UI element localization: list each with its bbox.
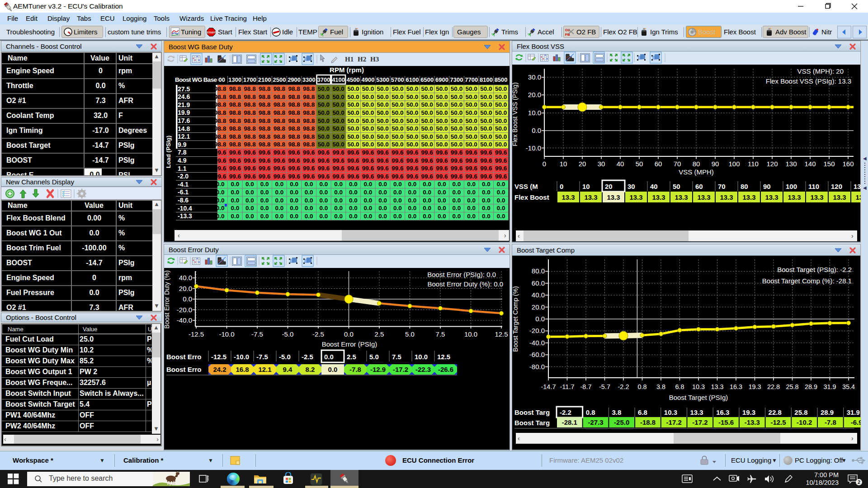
- svg-text:10.0: 10.0: [464, 330, 477, 338]
- svg-text:0.0: 0.0: [216, 205, 225, 211]
- svg-text:14.8: 14.8: [178, 125, 190, 132]
- svg-text:13.3: 13.3: [855, 193, 861, 201]
- svg-text:0.0: 0.0: [423, 197, 431, 204]
- svg-text:0.0: 0.0: [453, 205, 461, 211]
- svg-text:99.6: 99.6: [421, 149, 434, 156]
- svg-text:98.8: 98.8: [274, 109, 286, 116]
- svg-text:0.0: 0.0: [275, 189, 284, 196]
- svg-text:80.0: 80.0: [532, 267, 545, 275]
- svg-text:40.0: 40.0: [532, 291, 545, 299]
- svg-text:99.6: 99.6: [214, 165, 226, 172]
- svg-text:50.0: 50.0: [377, 94, 388, 100]
- svg-text:50.0: 50.0: [318, 141, 330, 148]
- svg-text:6900: 6900: [435, 76, 448, 83]
- svg-text:0.0: 0.0: [467, 213, 476, 220]
- svg-text:50.0: 50.0: [347, 109, 359, 116]
- svg-text:31.9: 31.9: [823, 383, 836, 390]
- svg-text:›: ›: [504, 232, 506, 239]
- svg-text:0.0: 0.0: [467, 189, 476, 196]
- svg-text:50.0: 50.0: [495, 125, 507, 132]
- svg-text:0.0: 0.0: [467, 181, 476, 188]
- svg-text:99.6: 99.6: [495, 173, 507, 180]
- svg-text:Boost Error (PSIg): Boost Error (PSIg): [322, 340, 377, 348]
- svg-text:99.6: 99.6: [377, 149, 389, 156]
- svg-text:50.0: 50.0: [466, 85, 477, 92]
- svg-text:Flex Boost VSS (PSIg): Flex Boost VSS (PSIg): [512, 82, 519, 146]
- svg-text:24.6: 24.6: [178, 93, 190, 100]
- svg-text:99.6: 99.6: [214, 157, 226, 164]
- svg-text:3300: 3300: [302, 76, 316, 83]
- svg-text:4900: 4900: [362, 76, 375, 83]
- svg-text:50.0: 50.0: [332, 94, 344, 100]
- svg-text:99.6: 99.6: [436, 149, 448, 156]
- svg-text:0.0: 0.0: [349, 181, 358, 188]
- svg-text:0.0: 0.0: [497, 197, 505, 204]
- svg-text:99.6: 99.6: [229, 165, 241, 172]
- svg-text:4.9: 4.9: [178, 157, 187, 164]
- svg-text:30: 30: [598, 160, 605, 168]
- svg-text:0.0: 0.0: [334, 205, 343, 211]
- svg-text:13.3: 13.3: [833, 193, 846, 201]
- svg-text:99.6: 99.6: [362, 173, 374, 180]
- svg-text:0.0: 0.0: [408, 205, 417, 211]
- svg-text:8.2: 8.2: [306, 366, 315, 373]
- svg-text:98.8: 98.8: [274, 117, 286, 124]
- svg-text:50.0: 50.0: [466, 109, 477, 116]
- svg-text:1300: 1300: [228, 76, 241, 83]
- svg-text:0.0: 0.0: [453, 181, 461, 188]
- svg-text:0.0: 0.0: [393, 205, 402, 211]
- svg-text:13.3: 13.3: [561, 193, 575, 201]
- svg-text:-10.0: -10.0: [219, 330, 234, 338]
- svg-text:0.0: 0.0: [305, 189, 313, 196]
- svg-text:60: 60: [695, 183, 703, 190]
- svg-text:99.6: 99.6: [318, 157, 330, 164]
- svg-text:99.6: 99.6: [347, 149, 359, 156]
- svg-text:22.8: 22.8: [767, 383, 780, 390]
- svg-text:‹: ‹: [178, 232, 180, 239]
- svg-text:50.0: 50.0: [421, 133, 433, 140]
- svg-text:0.0: 0.0: [482, 213, 491, 220]
- svg-text:50.0: 50.0: [362, 125, 374, 132]
- svg-text:10.3: 10.3: [664, 408, 677, 416]
- svg-text:0.0: 0.0: [290, 213, 298, 220]
- svg-text:50.0: 50.0: [332, 101, 344, 108]
- svg-text:0: 0: [542, 160, 546, 168]
- svg-text:98.8: 98.8: [303, 133, 315, 140]
- svg-text:99.6: 99.6: [288, 173, 300, 180]
- svg-text:Boost Erro: Boost Erro: [166, 366, 202, 373]
- svg-text:50.0: 50.0: [377, 141, 388, 148]
- svg-text:50.0: 50.0: [451, 109, 462, 116]
- svg-text:-8.7: -8.7: [580, 383, 592, 390]
- svg-text:99.6: 99.6: [259, 173, 271, 180]
- svg-text:-18.8: -18.8: [640, 418, 656, 426]
- svg-text:28.9: 28.9: [821, 408, 834, 416]
- svg-text:98.8: 98.8: [229, 141, 241, 148]
- svg-text:H3: H3: [370, 56, 379, 63]
- svg-text:-6.9: -6.9: [851, 418, 861, 426]
- svg-text:0.0: 0.0: [231, 205, 239, 211]
- svg-text:10: 10: [560, 160, 567, 168]
- svg-text:-22.3: -22.3: [415, 366, 431, 373]
- svg-text:-27.3: -27.3: [588, 418, 603, 426]
- svg-text:120: 120: [766, 160, 778, 168]
- svg-text:50.0: 50.0: [392, 133, 403, 140]
- svg-text:98.8: 98.8: [244, 109, 256, 116]
- svg-text:H2: H2: [358, 56, 366, 63]
- svg-text:98.8: 98.8: [288, 125, 300, 132]
- svg-text:99.6: 99.6: [347, 173, 359, 180]
- svg-text:21.9: 21.9: [178, 101, 190, 108]
- svg-text:0.0: 0.0: [245, 189, 254, 196]
- svg-text:-10.2: -10.2: [797, 418, 812, 426]
- svg-text:RPM (rpm): RPM (rpm): [330, 66, 364, 74]
- svg-text:50.0: 50.0: [421, 117, 433, 124]
- svg-text:50.0: 50.0: [466, 133, 477, 140]
- svg-text:20.0: 20.0: [179, 285, 192, 292]
- svg-text:0.0: 0.0: [497, 181, 505, 188]
- svg-text:98.8: 98.8: [259, 125, 271, 132]
- svg-text:50.0: 50.0: [362, 101, 374, 108]
- svg-text:50.0: 50.0: [318, 101, 330, 108]
- svg-text:13.3: 13.3: [697, 193, 710, 201]
- svg-text:50.0: 50.0: [362, 141, 374, 148]
- svg-text:16.8: 16.8: [236, 366, 249, 373]
- svg-text:130: 130: [854, 183, 861, 190]
